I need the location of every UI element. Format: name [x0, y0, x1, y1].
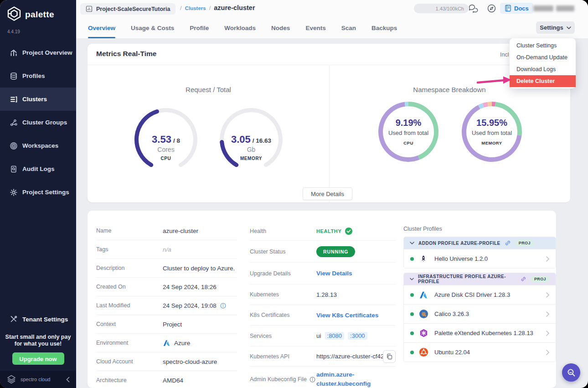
menu-item-delete-cluster[interactable]: Delete Cluster — [510, 75, 576, 87]
tab-scan[interactable]: Scan — [341, 17, 356, 38]
hello-universe-icon — [419, 254, 429, 264]
used-from-total-label: Used from total — [461, 129, 522, 136]
chevron-right-icon — [546, 331, 549, 336]
tab-events[interactable]: Events — [305, 17, 325, 38]
chevron-right-icon — [546, 311, 549, 317]
upgrade-promo: Start small and only pay for what you us… — [0, 334, 76, 365]
collapse-sidebar-button[interactable] — [66, 377, 70, 383]
tab-nodes[interactable]: Nodes — [271, 17, 290, 38]
breadcrumb-current: azure-cluster — [214, 4, 255, 11]
docs-label: Docs — [514, 5, 529, 12]
promo-text-line2: for what you use! — [0, 341, 76, 347]
status-row-health: Health HEALTHY — [250, 222, 396, 241]
info-icon[interactable] — [220, 303, 226, 309]
breadcrumb-clusters-link[interactable]: Clusters — [185, 5, 206, 11]
status-row-kubernetes-api: Kubernetes API https://azure-cluster-cf4… — [250, 347, 396, 367]
memory-request-gauge: 3.05/ 16.63 Gb MEMORY — [219, 108, 283, 171]
addon-profile-header[interactable]: ADDON PROFILE AZURE-PROFILE PROJ — [404, 237, 556, 249]
metrics-realtime-card: Metrics Real-Time Incl Request / Total N… — [88, 44, 570, 202]
namespace-memory-percent: 15.95% — [461, 118, 522, 128]
copy-api-url-button[interactable] — [383, 350, 396, 363]
detail-row-last-modified: Last Modified 24 Sep 2024, 19:08 — [96, 296, 237, 315]
sidebar-item-profiles[interactable]: Profiles — [0, 64, 76, 88]
addon-profile-section: ADDON PROFILE AZURE-PROFILE PROJ — [403, 237, 556, 269]
namespace-cpu-percent: 9.19% — [378, 118, 439, 128]
delete-cluster-annotation-arrow — [477, 75, 512, 87]
sidebar-footer: spectro cloud — [0, 371, 76, 388]
sidebar-item-audit-logs[interactable]: Audit Logs — [0, 157, 76, 181]
tab-backups[interactable]: Backups — [371, 17, 397, 38]
tools-icon — [10, 315, 18, 323]
service-port-3000-link[interactable]: :3000 — [348, 332, 367, 340]
book-icon — [505, 5, 511, 12]
sidebar-item-tenant-settings[interactable]: Tenant Settings — [0, 308, 76, 330]
more-details-button[interactable]: More Details — [303, 187, 352, 200]
menu-item-on-demand-update[interactable]: On-Demand Update — [510, 52, 576, 63]
docs-button[interactable]: Docs — [500, 3, 533, 14]
cluster-tabs: Overview Usage & Costs Profile Workloads… — [88, 17, 397, 38]
check-circle-icon — [345, 228, 352, 235]
profile-row-ubuntu[interactable]: Ubuntu 22.04 — [404, 342, 556, 362]
tab-workloads[interactable]: Workloads — [224, 17, 256, 38]
running-badge: RUNNING — [316, 246, 355, 257]
status-row-cluster-status: Cluster Status RUNNING — [250, 241, 396, 263]
app-version: 4.4.19 — [7, 29, 20, 34]
vertical-divider — [329, 65, 330, 202]
view-k8s-certificates-link[interactable]: View K8s Certificates — [316, 312, 378, 319]
calico-icon — [419, 309, 429, 319]
sidebar-item-project-settings[interactable]: Project Settings — [0, 181, 76, 204]
profile-row-hello-universe[interactable]: Hello Universe 1.2.0 — [404, 249, 556, 268]
detail-row-created-on: Created On 24 Sep 2024, 18:26 — [96, 278, 237, 296]
network-nodes-icon — [10, 119, 18, 127]
audit-log-icon — [10, 165, 18, 173]
help-search-fab[interactable] — [562, 363, 580, 382]
user-name-redacted-2[interactable] — [556, 5, 574, 11]
project-selector[interactable]: Project-ScaleSecureTutoria — [80, 3, 175, 15]
status-dot-green — [410, 331, 414, 335]
infrastructure-profile-header[interactable]: INFRASTRUCTURE PROFILE AZURE-PROFILE PRO… — [404, 273, 556, 285]
sidebar: palette 4.4.19 Project Overview Profiles — [0, 0, 76, 388]
link-icon — [521, 276, 526, 282]
cpu-unit: Cores — [134, 146, 198, 153]
sidebar-item-clusters[interactable]: Clusters — [0, 88, 76, 111]
profile-row-calico[interactable]: Calico 3.26.3 — [404, 304, 556, 323]
info-icon[interactable] — [309, 377, 315, 383]
feedback-chat-icon[interactable] — [469, 4, 479, 15]
cluster-profiles-title: Cluster Profiles — [403, 226, 556, 232]
sidebar-item-cluster-groups[interactable]: Cluster Groups — [0, 111, 76, 134]
admin-kubeconfig-link[interactable]: admin.azure-cluster.kubeconfig — [316, 370, 378, 388]
sidebar-item-workspaces[interactable]: Workspaces — [0, 134, 76, 157]
menu-item-download-logs[interactable]: Download Logs — [510, 63, 576, 75]
ubuntu-icon — [419, 347, 429, 357]
profile-row-palette-extended-k8s[interactable]: Palette eXtended Kubernetes 1.28.13 — [404, 323, 556, 342]
namespace-memory-donut: 15.95% Used from total MEMORY — [461, 101, 522, 162]
user-name-redacted[interactable] — [533, 5, 553, 11]
detail-row-environment: Environment Azure — [96, 334, 237, 352]
tab-usage-costs[interactable]: Usage & Costs — [131, 17, 174, 38]
upgrade-now-button[interactable]: Upgrade now — [12, 352, 64, 365]
tab-profile[interactable]: Profile — [190, 17, 209, 38]
service-port-8080-link[interactable]: :8080 — [325, 332, 345, 340]
namespace-cpu-caption: CPU — [378, 140, 439, 145]
infrastructure-profile-section: INFRASTRUCTURE PROFILE AZURE-PROFILE PRO… — [403, 273, 556, 362]
profile-row-azure-disk-csi[interactable]: Azure Disk CSI Driver 1.28.3 — [404, 285, 556, 304]
breadcrumb: / Clusters / azure-cluster — [180, 4, 255, 11]
chevron-down-icon — [410, 242, 414, 244]
settings-button[interactable]: Settings — [536, 21, 575, 34]
project-name: Project-ScaleSecureTutoria — [96, 6, 170, 12]
clusters-list-icon — [10, 95, 18, 103]
sidebar-item-project-overview[interactable]: Project Overview — [0, 41, 76, 64]
health-value: HEALTHY — [316, 228, 341, 234]
memory-unit: Gb — [219, 146, 283, 153]
chevron-left-icon — [66, 377, 70, 383]
detail-row-cloud-account: Cloud Account spectro-cloud-azure — [96, 352, 237, 371]
namespace-cpu-donut: 9.19% Used from total CPU — [378, 101, 439, 162]
sidebar-nav: Project Overview Profiles Clusters — [0, 41, 76, 204]
bar-chart-icon — [10, 49, 18, 57]
azure-icon — [163, 339, 170, 347]
help-compass-icon[interactable] — [487, 4, 496, 15]
menu-item-cluster-settings[interactable]: Cluster Settings — [510, 40, 576, 52]
spectro-cloud-logo — [6, 374, 16, 384]
tab-overview[interactable]: Overview — [88, 17, 115, 38]
view-details-link[interactable]: View Details — [316, 270, 352, 277]
